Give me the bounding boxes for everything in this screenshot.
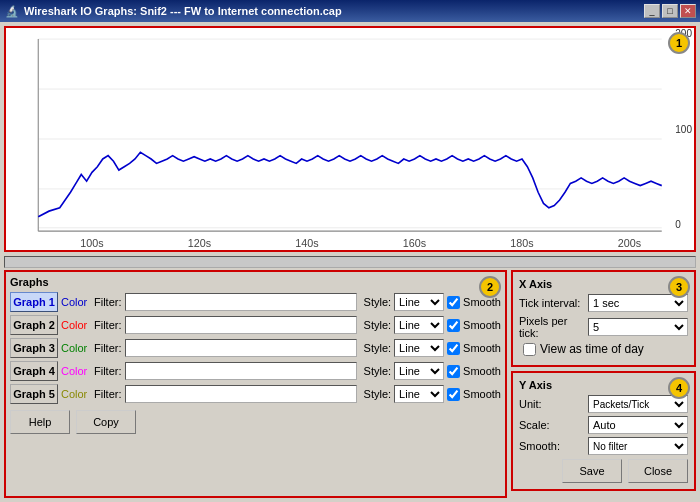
- svg-text:140s: 140s: [295, 237, 319, 249]
- graph4-style-label: Style:: [364, 365, 392, 377]
- graph4-smooth-label: Smooth: [463, 365, 501, 377]
- tick-interval-label: Tick interval:: [519, 297, 584, 309]
- window-title: Wireshark IO Graphs: Snif2 --- FW to Int…: [24, 5, 342, 17]
- unit-label: Unit:: [519, 398, 584, 410]
- pixels-per-tick-row: Pixels per tick: 51020: [519, 315, 688, 339]
- graph2-smooth-checkbox[interactable]: [447, 319, 460, 332]
- y-axis-labels: 200 100 0: [675, 28, 692, 230]
- minimize-button[interactable]: _: [644, 4, 660, 18]
- graph4-button[interactable]: Graph 4: [10, 361, 58, 381]
- graph-row-3: Graph 3 Color Filter: Style: LineImpulse…: [10, 338, 501, 358]
- app-icon: 🔬: [4, 3, 20, 19]
- graph4-smooth-checkbox[interactable]: [447, 365, 460, 378]
- graph2-filter-input[interactable]: [125, 316, 357, 334]
- graph3-filter-input[interactable]: [125, 339, 357, 357]
- graph3-smooth-label: Smooth: [463, 342, 501, 354]
- graph1-filter-input[interactable]: [125, 293, 357, 311]
- unit-row: Unit: Packets/TickBytes/TickBits/Tick: [519, 395, 688, 413]
- graph4-filter-label: Filter:: [94, 365, 122, 377]
- graph2-button[interactable]: Graph 2: [10, 315, 58, 335]
- xaxis-title: X Axis: [519, 278, 688, 290]
- graph3-style-select[interactable]: LineImpulseFBarDot: [394, 339, 444, 357]
- graph-row-2: Graph 2 Color Filter: Style: LineImpulse…: [10, 315, 501, 335]
- save-close-buttons: Save Close: [519, 459, 688, 483]
- graph5-button[interactable]: Graph 5: [10, 384, 58, 404]
- graph5-style-select[interactable]: LineImpulseFBarDot: [394, 385, 444, 403]
- pixels-per-tick-select[interactable]: 51020: [588, 318, 688, 336]
- graph-area: 1 200 100 0 100s 120s 140s 160s 180s: [4, 26, 696, 252]
- view-as-time-checkbox[interactable]: [523, 343, 536, 356]
- graph3-smooth-checkbox[interactable]: [447, 342, 460, 355]
- smooth-label: Smooth:: [519, 440, 584, 452]
- close-button[interactable]: Close: [628, 459, 688, 483]
- smooth-row: Smooth: No filterMoving average: [519, 437, 688, 455]
- svg-text:160s: 160s: [403, 237, 427, 249]
- graph3-filter-label: Filter:: [94, 342, 122, 354]
- graph2-style-select[interactable]: LineImpulseFBarDot: [394, 316, 444, 334]
- graph4-filter-input[interactable]: [125, 362, 357, 380]
- graph4-color-label: Color: [61, 365, 91, 377]
- scale-label: Scale:: [519, 419, 584, 431]
- window-controls: _ □ ✕: [644, 4, 696, 18]
- graph1-smooth-label: Smooth: [463, 296, 501, 308]
- graph2-filter-label: Filter:: [94, 319, 122, 331]
- yaxis-panel: 4 Y Axis Unit: Packets/TickBytes/TickBit…: [511, 371, 696, 491]
- badge-2: 2: [479, 276, 501, 298]
- svg-text:120s: 120s: [188, 237, 212, 249]
- graph2-smooth-label: Smooth: [463, 319, 501, 331]
- xaxis-panel: 3 X Axis Tick interval: 1 sec10 sec1 min…: [511, 270, 696, 367]
- graph3-color-label: Color: [61, 342, 91, 354]
- graph3-style-label: Style:: [364, 342, 392, 354]
- badge-3: 3: [668, 276, 690, 298]
- graph-row-1: Graph 1 Color Filter: Style: LineImpulse…: [10, 292, 501, 312]
- pixels-per-tick-label: Pixels per tick:: [519, 315, 584, 339]
- graph5-filter-input[interactable]: [125, 385, 357, 403]
- graph5-filter-label: Filter:: [94, 388, 122, 400]
- right-panel: 3 X Axis Tick interval: 1 sec10 sec1 min…: [511, 270, 696, 498]
- graph1-style-label: Style:: [364, 296, 392, 308]
- graph-row-4: Graph 4 Color Filter: Style: LineImpulse…: [10, 361, 501, 381]
- graph5-color-label: Color: [61, 388, 91, 400]
- help-button[interactable]: Help: [10, 410, 70, 434]
- graph1-smooth-checkbox[interactable]: [447, 296, 460, 309]
- tick-interval-row: Tick interval: 1 sec10 sec1 min: [519, 294, 688, 312]
- graph-svg: 100s 120s 140s 160s 180s 200s: [6, 28, 694, 250]
- svg-text:200s: 200s: [618, 237, 642, 249]
- copy-button[interactable]: Copy: [76, 410, 136, 434]
- close-button[interactable]: ✕: [680, 4, 696, 18]
- svg-text:100s: 100s: [80, 237, 104, 249]
- graph5-style-label: Style:: [364, 388, 392, 400]
- scale-row: Scale: Auto110100: [519, 416, 688, 434]
- svg-text:180s: 180s: [510, 237, 534, 249]
- graph1-button[interactable]: Graph 1: [10, 292, 58, 312]
- graph1-filter-label: Filter:: [94, 296, 122, 308]
- graph2-color-label: Color: [61, 319, 91, 331]
- title-bar: 🔬 Wireshark IO Graphs: Snif2 --- FW to I…: [0, 0, 700, 22]
- bottom-panels: 2 Graphs Graph 1 Color Filter: Style: Li…: [4, 270, 696, 498]
- scroll-track[interactable]: [4, 256, 696, 268]
- main-window: 1 200 100 0 100s 120s 140s 160s 180s: [0, 22, 700, 502]
- graph3-button[interactable]: Graph 3: [10, 338, 58, 358]
- view-as-time-label: View as time of day: [540, 342, 644, 356]
- bottom-buttons: Help Copy: [10, 410, 501, 434]
- view-as-time-row: View as time of day: [523, 342, 688, 356]
- graph5-smooth-label: Smooth: [463, 388, 501, 400]
- graph1-style-select[interactable]: LineImpulseFBarDot: [394, 293, 444, 311]
- graph1-color-label: Color: [61, 296, 91, 308]
- maximize-button[interactable]: □: [662, 4, 678, 18]
- graph2-style-label: Style:: [364, 319, 392, 331]
- graphs-panel: 2 Graphs Graph 1 Color Filter: Style: Li…: [4, 270, 507, 498]
- scale-select[interactable]: Auto110100: [588, 416, 688, 434]
- graph-row-5: Graph 5 Color Filter: Style: LineImpulse…: [10, 384, 501, 404]
- yaxis-title: Y Axis: [519, 379, 688, 391]
- smooth-select[interactable]: No filterMoving average: [588, 437, 688, 455]
- badge-4: 4: [668, 377, 690, 399]
- badge-1: 1: [668, 32, 690, 54]
- graph4-style-select[interactable]: LineImpulseFBarDot: [394, 362, 444, 380]
- graph5-smooth-checkbox[interactable]: [447, 388, 460, 401]
- graphs-panel-title: Graphs: [10, 276, 501, 288]
- save-button[interactable]: Save: [562, 459, 622, 483]
